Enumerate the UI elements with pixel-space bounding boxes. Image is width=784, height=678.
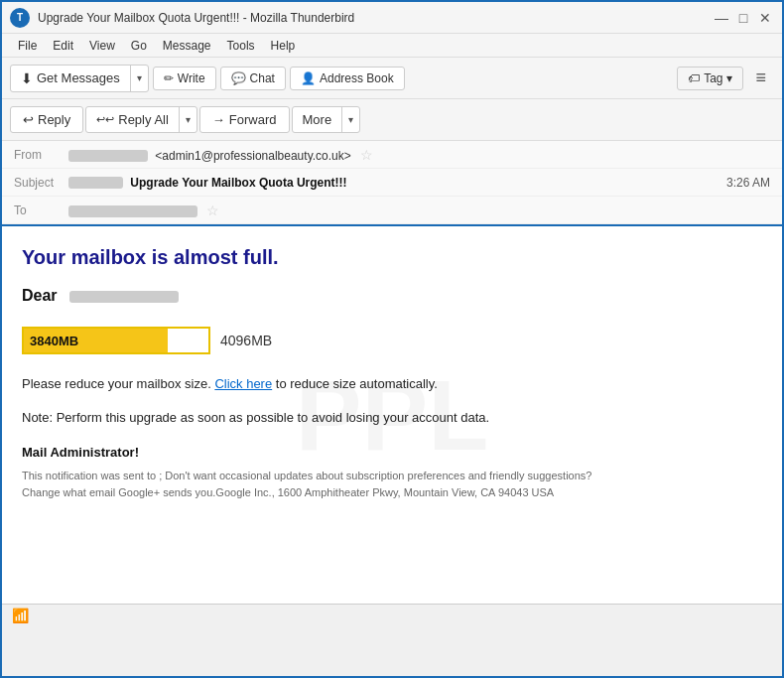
reply-all-label: Reply All [118,112,169,127]
email-signature: Mail Administrator! [22,445,762,460]
reply-all-group[interactable]: ↩↩ Reply All ▾ [85,106,197,133]
quota-used-label: 3840MB [30,334,78,348]
get-messages-group[interactable]: ⬇ Get Messages ▾ [10,65,149,92]
from-label: From [14,148,68,162]
to-label: To [14,203,68,217]
menu-edit[interactable]: Edit [45,37,81,55]
write-button[interactable]: ✏ Write [153,67,216,90]
maximize-button[interactable]: □ [734,9,752,27]
email-time: 3:26 AM [726,176,770,190]
chat-label: Chat [250,71,275,85]
address-book-label: Address Book [320,71,394,85]
main-toolbar: ⬇ Get Messages ▾ ✏ Write 💬 Chat 👤 Addres… [2,58,782,99]
email-footer: This notification was sent to ; Don't wa… [22,468,762,500]
from-value: <admin1@professionalbeauty.co.uk> ☆ [68,147,770,163]
quota-bar-outer: 3840MB [22,327,210,354]
to-row: To ☆ [2,197,782,224]
reply-icon: ↩ [23,112,34,127]
email-dear: Dear [22,287,762,305]
reply-all-arrow[interactable]: ▾ [180,107,196,132]
get-messages-icon: ⬇ [21,70,33,86]
action-bar: ↩ Reply ↩↩ Reply All ▾ → Forward More ▾ [2,99,782,141]
more-arrow[interactable]: ▾ [342,107,359,132]
get-messages-button[interactable]: ⬇ Get Messages [11,66,131,91]
menu-file[interactable]: File [10,37,45,55]
more-group[interactable]: More ▾ [292,106,361,133]
forward-label: Forward [229,112,277,127]
from-name-blurred [68,150,148,162]
app-logo: T [10,8,30,28]
reply-all-button[interactable]: ↩↩ Reply All [86,107,180,132]
subject-text: Upgrade Your Mailbox Quota Urgent!!! [130,176,346,190]
reply-button[interactable]: ↩ Reply [10,106,83,133]
click-here-link[interactable]: Click here [214,376,272,391]
write-icon: ✏ [164,71,174,85]
address-book-button[interactable]: 👤 Address Book [290,67,405,90]
para1-after: to reduce size automatically. [276,376,438,391]
quota-bar-container: 3840MB 4096MB [22,327,762,354]
more-button[interactable]: More [293,107,343,132]
hamburger-button[interactable]: ≡ [747,64,774,92]
subject-row: Subject Upgrade Your Mailbox Quota Urgen… [2,169,782,197]
forward-button[interactable]: → Forward [199,106,290,133]
email-content: Your mailbox is almost full. Dear 3840MB… [22,246,762,500]
subject-label: Subject [14,176,68,190]
tag-icon: 🏷 [688,71,700,85]
address-book-icon: 👤 [301,71,316,85]
close-button[interactable]: ✕ [756,9,774,27]
email-headline: Your mailbox is almost full. [22,246,762,269]
tag-button[interactable]: 🏷 Tag ▾ [677,67,743,90]
para1-before: Please reduce your mailbox size. [22,376,214,391]
menu-go[interactable]: Go [123,37,155,55]
status-bar: 📶 [2,604,782,625]
window-controls: — □ ✕ [713,9,774,27]
window-title: Upgrade Your Mailbox Quota Urgent!!! - M… [38,11,713,25]
to-name-blurred [68,205,197,217]
write-label: Write [178,71,205,85]
forward-icon: → [212,112,225,127]
more-label: More [303,112,332,127]
chat-icon: 💬 [231,71,246,85]
tag-arrow-icon: ▾ [726,71,732,85]
quota-bar-fill: 3840MB [24,329,168,352]
dear-name-blurred [69,291,179,303]
from-row: From <admin1@professionalbeauty.co.uk> ☆ [2,141,782,169]
reply-all-icon: ↩↩ [96,113,114,126]
chat-button[interactable]: 💬 Chat [220,67,286,90]
email-footer-line1: This notification was sent to ; Don't wa… [22,468,762,484]
email-header: From <admin1@professionalbeauty.co.uk> ☆… [2,141,782,226]
subject-value: Upgrade Your Mailbox Quota Urgent!!! [68,176,726,190]
menu-message[interactable]: Message [155,37,219,55]
connection-status-icon: 📶 [12,608,29,623]
menu-bar: File Edit View Go Message Tools Help [2,34,782,58]
menu-view[interactable]: View [81,37,123,55]
to-star-icon[interactable]: ☆ [206,203,219,218]
minimize-button[interactable]: — [713,9,730,27]
email-paragraph-1: Please reduce your mailbox size. Click h… [22,374,762,394]
subject-blurred [68,177,123,189]
get-messages-label: Get Messages [37,70,120,85]
quota-total-label: 4096MB [220,333,272,348]
email-body: PPL Your mailbox is almost full. Dear 38… [2,226,782,604]
menu-help[interactable]: Help [263,37,304,55]
get-messages-arrow[interactable]: ▾ [131,66,148,91]
from-email: <admin1@professionalbeauty.co.uk> [155,149,350,163]
dear-text: Dear [22,287,58,304]
reply-label: Reply [38,112,70,127]
menu-tools[interactable]: Tools [219,37,263,55]
tag-label: Tag [704,71,722,85]
title-bar: T Upgrade Your Mailbox Quota Urgent!!! -… [2,2,782,34]
to-value: ☆ [68,203,770,218]
email-note: Note: Perform this upgrade as soon as po… [22,408,762,428]
email-footer-line2: Change what email Google+ sends you.Goog… [22,484,762,501]
from-star-icon[interactable]: ☆ [360,147,373,163]
